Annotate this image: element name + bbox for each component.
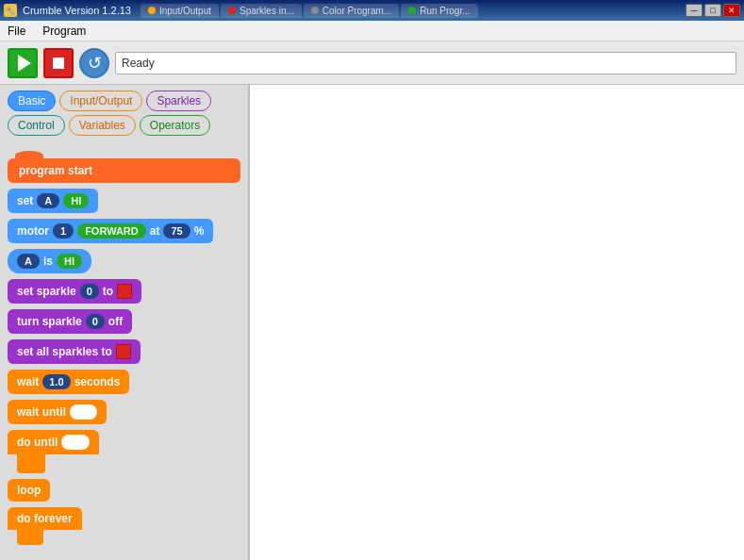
category-tabs: Basic Input/Output Sparkles Control Vari… — [0, 85, 248, 141]
block-set-all-sparkles[interactable]: set all sparkles to — [8, 339, 141, 364]
block-do-forever-container: do forever — [8, 507, 240, 545]
color-swatch-red — [117, 284, 132, 299]
stop-button[interactable] — [43, 48, 74, 78]
app-title: Crumble Version 1.2.13 — [23, 5, 131, 16]
title-bar-tabs: Input/Output Sparkles in... Color Progra… — [141, 4, 686, 18]
cat-sparkles[interactable]: Sparkles — [146, 91, 211, 111]
main-layout: Basic Input/Output Sparkles Control Vari… — [0, 85, 744, 560]
cat-control[interactable]: Control — [8, 115, 65, 136]
color-swatch-red2 — [116, 344, 131, 359]
menu-program[interactable]: Program — [39, 23, 90, 40]
app-icon: 🔧 — [4, 4, 17, 17]
block-turn-sparkle-off[interactable]: turn sparkle 0 off — [8, 309, 132, 334]
tab-inputoutput[interactable]: Input/Output — [141, 4, 219, 18]
block-motor-forward[interactable]: motor 1 FORWARD at 75 % — [8, 219, 213, 243]
cat-operators[interactable]: Operators — [140, 115, 210, 136]
block-set-sparkle[interactable]: set sparkle 0 to — [8, 279, 141, 304]
block-set-a-hi[interactable]: set A HI — [8, 189, 98, 213]
block-do-until-container: do until — [8, 430, 240, 473]
title-bar-left: 🔧 Crumble Version 1.2.13 — [4, 4, 131, 17]
blocks-panel: program start set A HI motor 1 FORWARD a… — [0, 141, 248, 560]
tab-sparkles[interactable]: Sparkles in... — [221, 4, 302, 18]
tab-runprog[interactable]: Run Progr... — [401, 4, 477, 18]
block-program-start[interactable]: program start — [8, 158, 240, 183]
block-loop[interactable]: loop — [8, 479, 50, 502]
maximize-button[interactable]: □ — [704, 4, 721, 17]
right-canvas — [250, 85, 744, 560]
block-wait-until[interactable]: wait until — [8, 400, 107, 424]
toolbar: ↺ Ready — [0, 41, 744, 85]
minimize-button[interactable]: ─ — [686, 4, 703, 17]
block-wait-seconds[interactable]: wait 1.0 seconds — [8, 370, 129, 394]
left-panel: Basic Input/Output Sparkles Control Vari… — [0, 85, 250, 560]
block-a-is-hi[interactable]: A is HI — [8, 249, 91, 273]
title-bar: 🔧 Crumble Version 1.2.13 Input/Output Sp… — [0, 0, 744, 21]
status-bar: Ready — [115, 52, 736, 74]
menu-bar: File Program — [0, 21, 744, 41]
window-controls: ─ □ ✕ — [686, 4, 740, 17]
block-do-until[interactable]: do until — [8, 430, 99, 454]
close-button[interactable]: ✕ — [723, 4, 740, 17]
cat-basic[interactable]: Basic — [8, 91, 56, 111]
reset-button[interactable]: ↺ — [79, 48, 109, 78]
cat-variables[interactable]: Variables — [69, 115, 136, 136]
menu-file[interactable]: File — [4, 23, 29, 40]
status-text: Ready — [122, 57, 155, 70]
tab-colorprogram[interactable]: Color Program... — [304, 4, 399, 18]
block-do-forever[interactable]: do forever — [8, 507, 82, 530]
run-button[interactable] — [8, 48, 38, 78]
cat-inputoutput[interactable]: Input/Output — [59, 91, 142, 111]
